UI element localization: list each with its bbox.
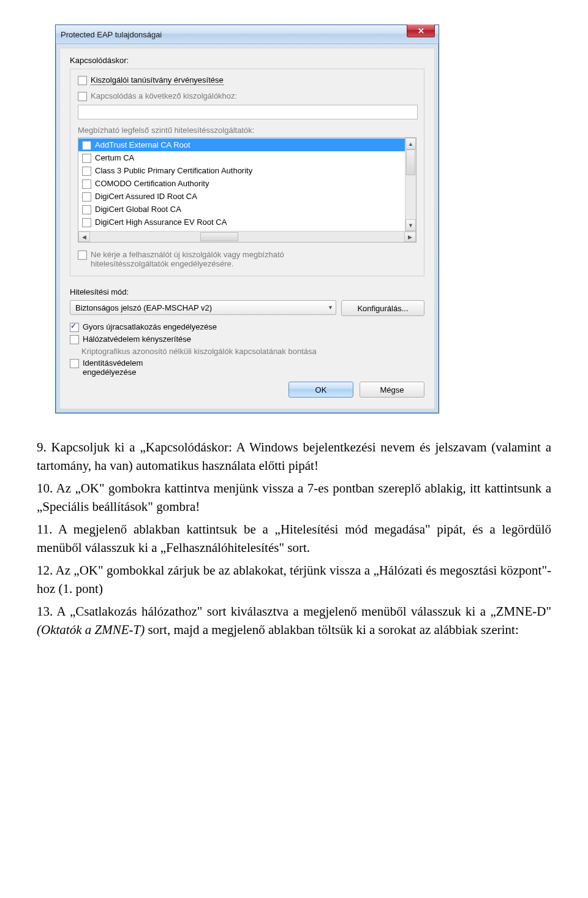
dialog-button-row: OK Mégse [70,382,424,398]
connect-servers-checkbox[interactable] [78,92,87,101]
ca-list-item[interactable]: COMODO Certification Authority [78,177,405,190]
scroll-left-icon[interactable]: ◀ [78,232,90,242]
configure-button[interactable]: Konfigurálás... [341,300,424,316]
connect-servers-row: Kapcsolódás a következő kiszolgálókhoz: [78,91,417,101]
titlebar: Protected EAP tulajdonságai ✕ [56,25,439,44]
ca-hscrollbar[interactable]: ◀ ▶ [78,231,416,242]
ca-item-checkbox[interactable] [82,179,91,189]
ca-item-label: COMODO Certification Authority [95,179,209,188]
doc-step-9: 9. Kapcsoljuk ki a „Kapcsolódáskor: A Wi… [37,438,551,475]
fast-reconnect-row[interactable]: Gyors újracsatlakozás engedélyezése [70,322,424,332]
configure-button-label: Konfigurálás... [357,304,408,313]
identity-checkbox[interactable] [70,359,79,368]
ca-item-checkbox[interactable] [82,154,91,163]
connect-servers-label: Kapcsolódás a következő kiszolgálókhoz: [91,91,237,100]
ca-item-checkbox[interactable] [82,205,91,214]
fast-reconnect-checkbox[interactable] [70,323,79,332]
auth-method-value: Biztonságos jelszó (EAP-MSCHAP v2) [75,303,212,312]
servers-input[interactable] [78,105,418,119]
scroll-right-icon[interactable]: ▶ [404,232,416,242]
ca-item-label: AddTrust External CA Root [95,140,190,149]
crypto-row: Kriptografikus azonosító nélküli kiszolg… [70,347,424,356]
ok-button-label: OK [315,385,327,394]
identity-label-l2: engedélyezése [83,368,136,377]
trusted-ca-label: Megbízható legfelső szintű hitelesítéssz… [78,126,417,135]
noprompt-label-l2: hitelesítésszolgáltatók engedélyezésére. [91,259,233,268]
connect-fieldset: Kiszolgálói tanúsítvány érvényesítése Ka… [70,69,424,276]
ca-item-label: Certum CA [95,153,134,162]
options-block: Gyors újracsatlakozás engedélyezése Háló… [70,322,424,377]
ca-list-item[interactable]: DigiCert High Assurance EV Root CA [78,216,405,228]
document-body: 9. Kapcsoljuk ki a „Kapcsolódáskor: A Wi… [37,438,551,639]
dialog-title: Protected EAP tulajdonságai [61,30,162,39]
cancel-button-label: Mégse [380,385,404,394]
ca-list-item[interactable]: DigiCert Assured ID Root CA [78,190,405,203]
auth-method-label: Hitelesítési mód: [70,287,424,296]
scroll-up-icon[interactable]: ▲ [405,138,416,149]
ca-list-item[interactable]: Class 3 Public Primary Certification Aut… [78,164,405,177]
ca-item-label: DigiCert Global Root CA [95,205,181,214]
ca-item-checkbox[interactable] [82,167,91,176]
noprompt-row: Ne kérje a felhasználót új kiszolgálók v… [78,250,417,268]
validate-cert-checkbox[interactable] [78,76,87,85]
crypto-label: Kriptografikus azonosító nélküli kiszolg… [81,347,317,356]
dialog-body: Kapcsolódáskor: Kiszolgálói tanúsítvány … [59,48,435,409]
ok-button[interactable]: OK [288,382,353,398]
ca-list-item[interactable]: AddTrust External CA Root [78,138,405,151]
doc-step-10: 10. Az „OK" gombokra kattintva menjünk v… [37,479,551,516]
ca-item-label: DigiCert High Assurance EV Root CA [95,217,227,227]
connect-label: Kapcsolódáskor: [70,56,424,65]
ca-item-checkbox[interactable] [82,192,91,202]
auth-method-dropdown[interactable]: Biztonságos jelszó (EAP-MSCHAP v2) ▼ [70,300,336,315]
ca-list-item[interactable]: DigiCert Global Root CA [78,203,405,216]
nap-checkbox[interactable] [70,335,79,344]
ca-list-items: AddTrust External CA Root Certum CA Clas… [78,138,405,231]
ca-list-item[interactable]: Certum CA [78,151,405,164]
nap-row[interactable]: Hálózatvédelem kényszerítése [70,334,424,344]
ca-item-label: Class 3 Public Primary Certification Aut… [95,166,252,175]
vscroll-thumb[interactable] [406,149,415,175]
ca-vscrollbar[interactable]: ▲ ▼ [405,138,416,231]
doc-step-13: 13. A „Csatlakozás hálózathoz" sort kivá… [37,602,551,640]
ca-item-label: DigiCert Assured ID Root CA [95,192,197,201]
ca-item-checkbox[interactable] [82,141,91,150]
ca-item-checkbox[interactable] [82,218,91,227]
close-icon: ✕ [418,26,424,36]
doc-step-12: 12. Az „OK" gombokkal zárjuk be az ablak… [37,561,551,598]
cancel-button[interactable]: Mégse [360,382,424,398]
scroll-down-icon[interactable]: ▼ [405,219,416,231]
validate-cert-row[interactable]: Kiszolgálói tanúsítvány érvényesítése [78,75,417,85]
ca-listbox: AddTrust External CA Root Certum CA Clas… [78,137,417,243]
hscroll-thumb[interactable] [200,232,238,241]
doc-step-11: 11. A megjelenő ablakban kattintsuk be a… [37,520,551,557]
noprompt-checkbox[interactable] [78,251,87,260]
close-button[interactable]: ✕ [407,25,435,37]
peap-properties-dialog: Protected EAP tulajdonságai ✕ Kapcsolódá… [55,25,439,413]
identity-row[interactable]: Identitásvédelem engedélyezése [70,358,424,377]
fast-reconnect-label: Gyors újracsatlakozás engedélyezése [83,322,217,331]
noprompt-label-l1: Ne kérje a felhasználót új kiszolgálók v… [91,250,284,259]
validate-cert-label: Kiszolgálói tanúsítvány érvényesítése [91,75,224,85]
identity-label-l1: Identitásvédelem [83,358,143,368]
chevron-down-icon: ▼ [328,304,333,311]
nap-label: Hálózatvédelem kényszerítése [83,334,191,344]
